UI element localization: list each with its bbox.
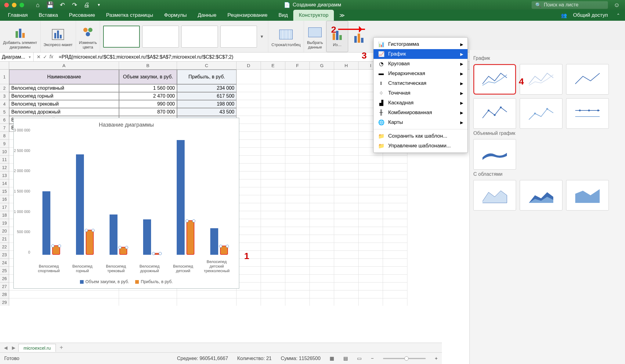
cell[interactable] [261,283,285,290]
cell[interactable] [310,164,334,171]
zoom-out-icon[interactable]: − [371,356,374,361]
tab-chartdesign[interactable]: Конструктор [293,10,334,21]
cell[interactable] [237,243,261,251]
cell[interactable] [261,179,285,187]
cell[interactable]: Прибыль, в руб. [177,70,237,84]
col-header-b[interactable]: B [119,62,177,69]
menu-item-Круговая[interactable]: ◔Круговая▶ [374,59,468,69]
change-colors-button[interactable]: Изменить цвета [76,21,100,52]
menu-item-Статистическая[interactable]: ⫾Статистическая▶ [374,78,468,88]
cell[interactable] [285,267,310,275]
cell[interactable] [334,267,359,275]
cell[interactable] [334,259,359,267]
col-header-c[interactable]: C [177,62,237,69]
cell[interactable] [334,156,359,164]
chart-bar-series1[interactable] [143,219,151,255]
row-header[interactable]: 8 [0,132,9,140]
cell[interactable] [383,227,407,235]
cell[interactable] [9,290,119,298]
cell[interactable] [310,100,334,108]
move-chart-button[interactable] [348,21,370,52]
share-button[interactable]: Общий доступ [571,10,610,21]
chart-bar-series1[interactable] [76,154,84,255]
cell[interactable] [383,195,407,203]
cell[interactable] [334,235,359,243]
cell[interactable] [285,203,310,211]
cell[interactable] [237,108,261,116]
menu-item-Гистограмма[interactable]: 📊Гистограмма▶ [374,39,468,49]
zoom-window[interactable] [20,3,24,7]
cell[interactable] [383,275,407,283]
chart-bar-series1[interactable] [42,191,50,255]
row-header[interactable]: 25 [0,267,9,275]
tab-insert[interactable]: Вставка [33,10,63,21]
cell[interactable] [261,70,285,84]
cell[interactable] [261,84,285,92]
chart-subtype-thumb[interactable] [566,64,609,95]
cell[interactable] [261,148,285,156]
cell[interactable] [285,116,310,124]
sheet-nav-next[interactable]: ▶ [10,345,17,351]
cell[interactable] [285,219,310,227]
cell[interactable] [310,195,334,203]
cell[interactable] [261,171,285,179]
cell[interactable] [383,235,407,243]
cell[interactable] [334,148,359,156]
cell[interactable] [177,298,237,306]
cell[interactable] [261,298,285,306]
cell[interactable] [334,179,359,187]
cell[interactable] [237,70,261,84]
chart-style-2[interactable] [142,26,179,48]
tab-formulas[interactable]: Формулы [159,10,192,21]
cell[interactable] [261,203,285,211]
cell[interactable] [383,259,407,267]
cell[interactable] [334,116,359,124]
chart-bar-series2[interactable] [220,246,228,255]
cell[interactable] [310,227,334,235]
cell[interactable] [237,156,261,164]
chart-subtype-thumb[interactable] [566,180,609,211]
chart-subtype-thumb[interactable] [520,64,562,95]
cell[interactable] [310,267,334,275]
cell[interactable] [359,243,383,251]
cell[interactable]: 43 500 [177,108,237,116]
quick-layout-button[interactable]: Экспресс-макет [41,21,76,52]
cell[interactable] [285,235,310,243]
row-header[interactable]: 1 [0,70,9,84]
cell[interactable] [310,251,334,259]
collapse-ribbon-icon[interactable]: ⌃ [614,10,623,21]
col-header-g[interactable]: G [310,62,334,69]
cell[interactable] [237,171,261,179]
embedded-chart[interactable]: Название диаграммы 0500 0001 000 0001 50… [13,118,239,289]
sheet-tab-active[interactable]: microexcel.ru [18,344,56,352]
cell[interactable]: 198 000 [177,100,237,108]
dropdown-icon[interactable]: ▼ [96,2,102,8]
row-header[interactable]: 20 [0,227,9,235]
cell[interactable] [310,92,334,100]
cell[interactable] [237,298,261,306]
row-header[interactable]: 6 [0,116,9,124]
cell[interactable] [261,195,285,203]
row-header[interactable]: 9 [0,140,9,148]
chart-legend[interactable]: Объем закупки, в руб. Прибыль, в руб. [14,279,239,284]
cell[interactable] [261,92,285,100]
cell[interactable] [334,140,359,148]
row-header[interactable]: 12 [0,164,9,171]
cell[interactable]: 870 000 [119,108,177,116]
cell[interactable] [261,132,285,140]
cell[interactable] [359,171,383,179]
col-header-f[interactable]: F [285,62,310,69]
cell[interactable] [237,219,261,227]
chart-style-1[interactable] [103,26,140,48]
cell[interactable] [334,211,359,219]
cell[interactable] [285,84,310,92]
cell[interactable] [261,219,285,227]
chart-title[interactable]: Название диаграммы [14,118,239,129]
chart-bar-series2[interactable] [186,220,194,255]
cell[interactable] [285,108,310,116]
cell[interactable] [261,227,285,235]
cell[interactable] [177,290,237,298]
cell[interactable] [334,84,359,92]
tab-draw[interactable]: Рисование [63,10,101,21]
chart-subtype-thumb[interactable] [520,98,562,129]
